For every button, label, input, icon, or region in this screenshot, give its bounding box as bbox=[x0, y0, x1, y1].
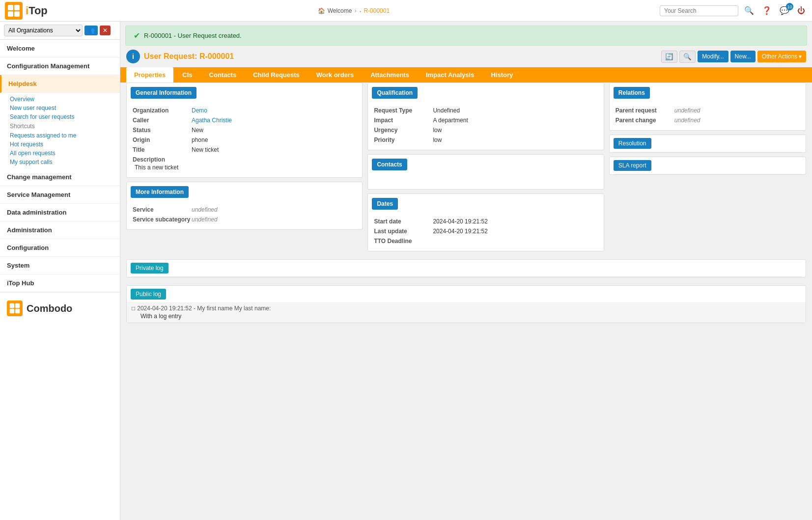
org-value: Demo bbox=[192, 107, 207, 114]
refresh-button[interactable]: 🔄 bbox=[661, 51, 677, 63]
logo-area: iTop bbox=[5, 2, 48, 20]
field-service: Service undefined bbox=[133, 205, 356, 215]
search-button[interactable]: 🔍 bbox=[742, 5, 756, 16]
field-last-update: Last update 2024-04-20 19:21:52 bbox=[374, 226, 597, 236]
field-impact: Impact A department bbox=[374, 115, 597, 125]
sidebar-item-itop-hub[interactable]: iTop Hub bbox=[0, 274, 120, 292]
field-description: Description This a new ticket bbox=[133, 155, 356, 172]
logout-button[interactable]: ⏻ bbox=[795, 5, 807, 16]
private-log-section: Private log bbox=[126, 259, 806, 277]
resolution-button[interactable]: Resolution bbox=[614, 138, 651, 149]
tab-contacts[interactable]: Contacts bbox=[201, 67, 245, 82]
field-origin: Origin phone bbox=[133, 135, 356, 145]
contacts-section: Contacts bbox=[367, 154, 604, 190]
info-icon: i bbox=[126, 50, 140, 63]
sidebar-link-hot-requests[interactable]: Hot requests bbox=[10, 140, 113, 149]
sidebar-item-system[interactable]: System bbox=[0, 257, 120, 274]
left-column: General Information Organization Demo Ca… bbox=[126, 82, 363, 255]
request-type-value: Undefined bbox=[433, 107, 460, 114]
tab-properties[interactable]: Properties bbox=[126, 67, 173, 82]
parent-change-value: undefined bbox=[674, 117, 700, 124]
org-select[interactable]: All Organizations bbox=[4, 25, 83, 36]
success-message: R-000001 - User Request created. bbox=[144, 32, 242, 39]
field-organization: Organization Demo bbox=[133, 106, 356, 115]
impact-label: Impact bbox=[374, 117, 433, 124]
service-subcat-label: Service subcategory bbox=[133, 216, 192, 223]
sidebar-link-search-user-requests[interactable]: Search for user requests bbox=[10, 112, 113, 121]
log-body: With a log entry bbox=[132, 312, 801, 321]
sidebar-item-service-mgmt[interactable]: Service Management bbox=[0, 186, 120, 204]
new-button[interactable]: New... bbox=[730, 51, 756, 62]
page-title: User Request: R-000001 bbox=[144, 52, 234, 61]
breadcrumb-home[interactable]: Welcome bbox=[328, 7, 352, 14]
private-log-button[interactable]: Private log bbox=[131, 263, 168, 274]
tab-work-orders[interactable]: Work orders bbox=[308, 67, 362, 82]
sidebar-link-requests-assigned-to-me[interactable]: Requests assigned to me bbox=[10, 131, 113, 140]
service-label: Service bbox=[133, 206, 192, 213]
sidebar-item-helpdesk[interactable]: Helpdesk bbox=[0, 75, 120, 93]
sidebar-item-welcome[interactable]: Welcome bbox=[0, 40, 120, 57]
org-label: Organization bbox=[133, 107, 192, 114]
modify-button[interactable]: Modify... bbox=[698, 51, 728, 62]
breadcrumb: 🏠 Welcome › ⬩ R-000001 bbox=[318, 7, 390, 14]
sidebar-link-all-open-requests[interactable]: All open requests bbox=[10, 149, 113, 158]
tab-attachments[interactable]: Attachments bbox=[363, 67, 417, 82]
dates-section: Dates Start date 2024-04-20 19:21:52 Las… bbox=[367, 193, 604, 251]
sidebar-item-config-mgmt[interactable]: Configuration Management bbox=[0, 57, 120, 75]
field-tto-deadline: TTO Deadline bbox=[374, 236, 597, 246]
general-info-body: Organization Demo Caller Agatha Christie… bbox=[127, 103, 362, 177]
priority-value: low bbox=[433, 137, 442, 143]
sidebar-link-new-user-request[interactable]: New user request bbox=[10, 104, 113, 112]
origin-label: Origin bbox=[133, 137, 192, 143]
search-input[interactable] bbox=[660, 5, 738, 16]
log-collapse-icon[interactable]: □ bbox=[132, 305, 135, 312]
sidebar-item-administration[interactable]: Administration bbox=[0, 221, 120, 239]
svg-rect-4 bbox=[10, 303, 14, 308]
combodo-logo: Combodo bbox=[0, 292, 120, 324]
sla-report-button[interactable]: SLA report bbox=[614, 160, 651, 171]
page-title-id: R-000001 bbox=[199, 52, 234, 60]
help-button[interactable]: ❓ bbox=[760, 5, 774, 16]
sidebar-item-change-mgmt[interactable]: Change management bbox=[0, 168, 120, 186]
breadcrumb-current: ⬩ R-000001 bbox=[359, 7, 390, 14]
svg-rect-7 bbox=[15, 309, 20, 313]
org-tree-button[interactable]: 👥 bbox=[84, 26, 98, 35]
org-link[interactable]: Demo bbox=[192, 107, 207, 114]
org-remove-button[interactable]: ✕ bbox=[100, 26, 111, 35]
sidebar-item-configuration[interactable]: Configuration bbox=[0, 239, 120, 257]
field-caller: Caller Agatha Christie bbox=[133, 115, 356, 125]
log-entry-collapse: □ 2024-04-20 19:21:52 - My first name My… bbox=[132, 305, 801, 312]
sidebar-item-data-admin[interactable]: Data administration bbox=[0, 204, 120, 221]
field-urgency: Urgency low bbox=[374, 125, 597, 135]
service-value: undefined bbox=[192, 206, 218, 213]
last-update-label: Last update bbox=[374, 228, 433, 235]
top-right-area: 🔍 ❓ 💬 10 ⏻ bbox=[660, 5, 807, 16]
tab-child-requests[interactable]: Child Requests bbox=[245, 67, 308, 82]
origin-value: phone bbox=[192, 137, 208, 143]
sla-section: SLA report bbox=[609, 157, 806, 175]
dates-body: Start date 2024-04-20 19:21:52 Last upda… bbox=[368, 214, 603, 251]
qualification-header: Qualification bbox=[372, 87, 418, 99]
svg-rect-1 bbox=[14, 5, 20, 10]
tab-cis[interactable]: CIs bbox=[174, 67, 200, 82]
log-entry: □ 2024-04-20 19:21:52 - My first name My… bbox=[127, 302, 806, 323]
dates-header: Dates bbox=[372, 198, 398, 210]
tab-impact-analysis[interactable]: Impact Analysis bbox=[418, 67, 482, 82]
tab-history[interactable]: History bbox=[483, 67, 521, 82]
sidebar-top: All Organizations 👥 ✕ bbox=[0, 22, 120, 40]
tto-deadline-label: TTO Deadline bbox=[374, 238, 433, 245]
field-parent-change: Parent change undefined bbox=[616, 115, 800, 125]
svg-rect-0 bbox=[8, 5, 13, 10]
toolbar-search-button[interactable]: 🔍 bbox=[679, 51, 696, 63]
status-label: Status bbox=[133, 127, 192, 134]
sidebar-link-my-support-calls[interactable]: My support calls bbox=[10, 158, 113, 166]
other-actions-button[interactable]: Other Actions ▾ bbox=[757, 51, 806, 62]
sidebar-link-overview[interactable]: Overview bbox=[10, 95, 113, 104]
chat-button[interactable]: 💬 10 bbox=[778, 5, 791, 16]
contacts-body bbox=[368, 174, 603, 189]
public-log-button[interactable]: Public log bbox=[131, 289, 166, 300]
qualification-section: Qualification Request Type Undefined Imp… bbox=[367, 82, 604, 150]
page-title-prefix: User Request: bbox=[144, 52, 199, 60]
caller-link[interactable]: Agatha Christie bbox=[192, 117, 232, 124]
relations-header: Relations bbox=[614, 87, 650, 99]
